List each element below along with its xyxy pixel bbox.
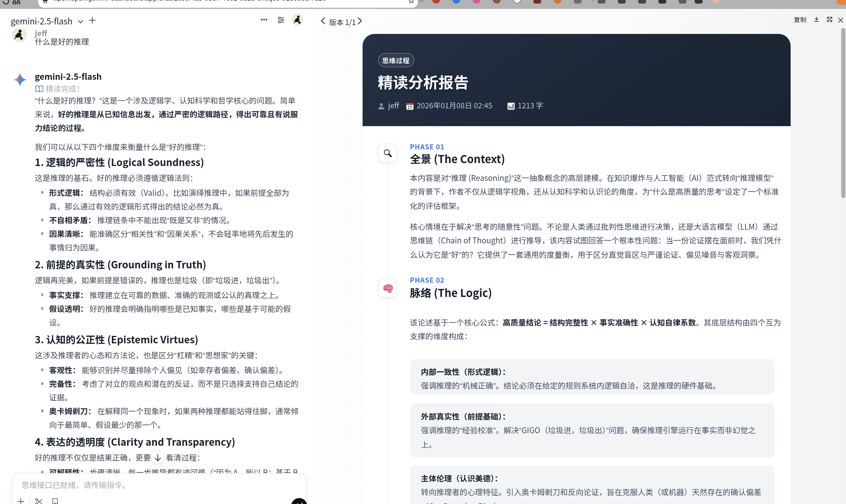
svg-text:17: 17 [407,104,412,110]
